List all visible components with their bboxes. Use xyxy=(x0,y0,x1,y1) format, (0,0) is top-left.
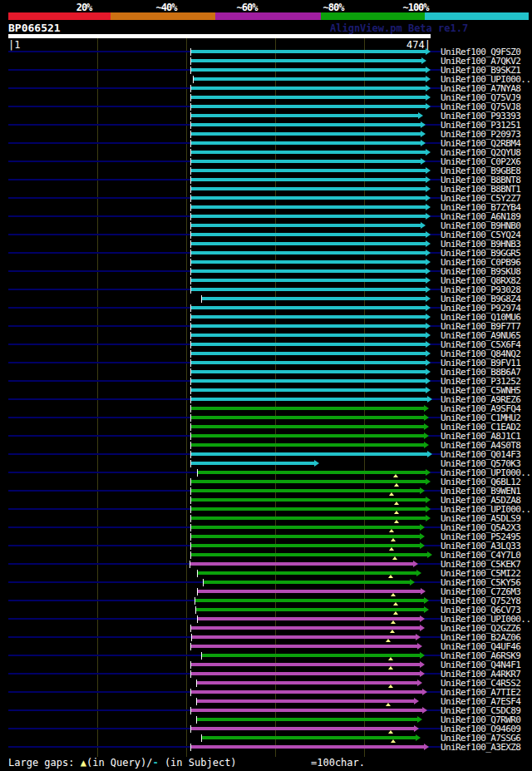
hit-bar[interactable] xyxy=(191,498,426,502)
hit-start-tick xyxy=(190,231,191,239)
hit-bar[interactable] xyxy=(191,105,426,108)
hit-bar[interactable] xyxy=(191,114,418,117)
hit-bar[interactable] xyxy=(191,425,424,428)
hit-bar[interactable] xyxy=(191,334,426,337)
hit-arrowhead-icon xyxy=(427,451,432,457)
hit-arrowhead-icon xyxy=(426,277,431,284)
hit-bar[interactable] xyxy=(191,306,426,309)
hit-bar[interactable] xyxy=(191,269,426,273)
gap-triangle-icon xyxy=(394,502,399,505)
hit-bar[interactable] xyxy=(191,86,426,90)
hit-bar[interactable] xyxy=(197,699,414,703)
hit-bar[interactable] xyxy=(204,581,410,584)
hit-bar[interactable] xyxy=(191,151,426,154)
hit-bar[interactable] xyxy=(191,343,426,346)
hit-bar[interactable] xyxy=(202,654,420,657)
large-gaps-prefix: Large gaps: xyxy=(8,757,81,769)
hit-bar[interactable] xyxy=(198,571,416,575)
hit-bar[interactable] xyxy=(191,526,420,529)
hit-start-tick xyxy=(190,359,191,367)
hit-start-tick xyxy=(190,250,191,257)
hit-bar[interactable] xyxy=(191,398,427,401)
hit-bar[interactable] xyxy=(191,507,426,511)
hit-bar[interactable] xyxy=(197,718,417,721)
hit-bar[interactable] xyxy=(191,59,421,62)
hit-bar[interactable] xyxy=(202,297,426,300)
hit-bar[interactable] xyxy=(191,141,421,145)
hit-bar[interactable] xyxy=(191,50,426,53)
hit-bar[interactable] xyxy=(202,736,416,739)
hit-bar[interactable] xyxy=(191,352,426,355)
hit-bar[interactable] xyxy=(191,388,426,392)
hit-bar[interactable] xyxy=(191,535,420,538)
hit-start-tick xyxy=(190,268,191,275)
hit-bar[interactable] xyxy=(191,132,421,136)
hit-bar[interactable] xyxy=(191,251,426,255)
hit-bar[interactable] xyxy=(191,361,426,364)
hit-bar[interactable] xyxy=(191,224,421,227)
hit-bar[interactable] xyxy=(191,96,426,99)
hit-bar[interactable] xyxy=(190,562,413,566)
hit-bar[interactable] xyxy=(191,690,422,694)
hit-start-tick xyxy=(197,588,198,596)
hit-start-tick xyxy=(190,378,191,385)
hit-bar[interactable] xyxy=(191,645,417,648)
hit-bar[interactable] xyxy=(191,745,424,749)
hit-bar[interactable] xyxy=(191,462,314,465)
hit-bar[interactable] xyxy=(191,178,426,181)
hit-arrowhead-icon xyxy=(426,48,431,55)
hit-bar[interactable] xyxy=(191,288,426,291)
hit-bar[interactable] xyxy=(191,407,424,410)
hit-bar[interactable] xyxy=(191,379,426,383)
hit-bar[interactable] xyxy=(195,599,424,602)
hit-label[interactable]: UniRef100_A3EXZ8 xyxy=(441,743,520,752)
hit-bar[interactable] xyxy=(191,516,426,520)
hit-start-tick xyxy=(190,286,191,294)
hit-bar[interactable] xyxy=(191,279,426,282)
hit-bar[interactable] xyxy=(198,471,426,474)
hit-bar[interactable] xyxy=(191,169,426,172)
hit-bar[interactable] xyxy=(196,608,424,611)
hit-bar[interactable] xyxy=(191,626,420,630)
hit-bar[interactable] xyxy=(191,187,426,190)
hit-start-tick xyxy=(190,350,191,358)
hit-bar[interactable] xyxy=(191,242,426,245)
gap-triangle-icon xyxy=(388,685,393,688)
hit-bar[interactable] xyxy=(197,681,417,685)
hit-bar[interactable] xyxy=(191,233,426,236)
hit-bar[interactable] xyxy=(191,160,421,163)
hit-arrowhead-icon xyxy=(426,67,431,73)
hit-bar[interactable] xyxy=(191,196,426,200)
hit-bar[interactable] xyxy=(191,709,422,712)
hit-bar[interactable] xyxy=(191,452,427,456)
hit-arrowhead-icon xyxy=(426,149,431,156)
hit-bar[interactable] xyxy=(191,489,420,492)
hit-bar[interactable] xyxy=(192,635,416,639)
large-gaps-legend: Large gaps: ▲(in Query)/- (in Subject) xyxy=(8,757,237,769)
hit-bar[interactable] xyxy=(191,663,420,666)
hit-bar[interactable] xyxy=(194,77,426,81)
hit-bar[interactable] xyxy=(191,443,424,447)
hit-bar[interactable] xyxy=(191,324,426,328)
hit-arrowhead-icon xyxy=(427,551,432,558)
hit-bar[interactable] xyxy=(191,260,426,264)
hit-bar[interactable] xyxy=(191,370,426,373)
hit-bar[interactable] xyxy=(191,480,426,483)
hit-bar[interactable] xyxy=(191,727,414,730)
hit-bar[interactable] xyxy=(191,315,426,319)
gridline-2 xyxy=(186,38,187,757)
hit-arrowhead-icon xyxy=(426,231,431,238)
hit-bar[interactable] xyxy=(198,617,420,620)
hit-bar[interactable] xyxy=(191,68,426,72)
hit-bar[interactable] xyxy=(191,205,426,209)
hit-bar[interactable] xyxy=(191,416,424,419)
hit-bar[interactable] xyxy=(191,215,426,218)
hit-arrowhead-icon xyxy=(420,533,425,540)
hit-bar[interactable] xyxy=(198,590,421,593)
hit-bar[interactable] xyxy=(191,672,420,675)
hit-arrowhead-icon xyxy=(420,524,425,531)
hit-bar[interactable] xyxy=(191,434,424,437)
hit-bar[interactable] xyxy=(191,544,420,547)
hit-bar[interactable] xyxy=(191,123,421,126)
hit-arrowhead-icon xyxy=(426,497,431,503)
